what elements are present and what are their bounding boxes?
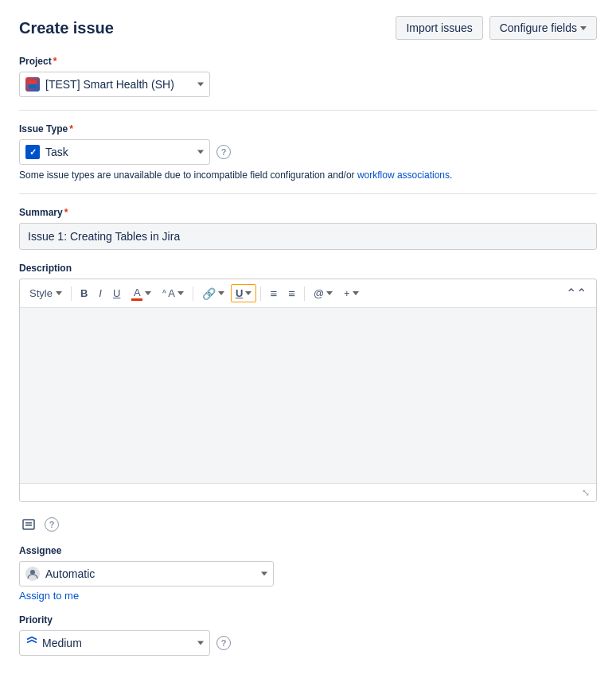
assignee-field-group: Assignee Automatic Unassigned Assign to … xyxy=(19,545,597,602)
priority-help-icon[interactable]: ? xyxy=(216,636,231,650)
number-list-button[interactable]: ≡ xyxy=(283,283,300,303)
collapse-button[interactable]: ⌃⌃ xyxy=(561,283,591,304)
configure-fields-button[interactable]: Configure fields xyxy=(489,16,597,40)
required-star: * xyxy=(53,56,57,67)
priority-field-group: Priority Highest High Medium Low Lowest xyxy=(19,614,597,656)
link-button[interactable]: 🔗 xyxy=(197,284,229,303)
required-star-summary: * xyxy=(64,207,68,218)
bold-button[interactable]: B xyxy=(76,284,92,302)
page-title: Create issue xyxy=(19,19,114,37)
italic-button[interactable]: I xyxy=(94,284,107,302)
assign-to-me-link[interactable]: Assign to me xyxy=(19,590,79,602)
footer-actions: Create another Create Cancel xyxy=(19,675,597,682)
bullet-list-button[interactable]: ≡ xyxy=(265,283,282,303)
mention-button[interactable]: @ xyxy=(309,284,337,302)
project-select[interactable]: [TEST] Smart Health (SH) xyxy=(19,72,210,97)
divider-1 xyxy=(19,110,597,111)
project-select-wrapper: [TEST] Smart Health (SH) xyxy=(19,72,210,97)
table-chevron-icon xyxy=(245,291,251,295)
priority-icon xyxy=(25,636,38,651)
editor-body[interactable] xyxy=(20,308,596,483)
summary-label: Summary* xyxy=(19,207,597,218)
more-chevron-icon xyxy=(353,291,359,295)
editor-footer: ⤡ xyxy=(20,483,596,501)
mention-chevron-icon xyxy=(326,291,333,295)
description-field-group: Description Style B I U xyxy=(19,263,597,502)
priority-select[interactable]: Highest High Medium Low Lowest xyxy=(19,630,210,656)
project-label: Project* xyxy=(19,56,597,67)
required-star-issue: * xyxy=(69,123,73,134)
toolbar-sep-4 xyxy=(304,286,305,301)
priority-row: Highest High Medium Low Lowest ? xyxy=(19,630,597,656)
toolbar-sep-1 xyxy=(71,286,72,301)
issue-type-field-group: Issue Type* Task Bug Story Epic ? Some i… xyxy=(19,123,597,181)
issue-type-select[interactable]: Task Bug Story Epic xyxy=(19,139,210,165)
divider-2 xyxy=(19,193,597,194)
more-button[interactable]: + xyxy=(339,284,364,302)
workflow-link[interactable]: workflow associations xyxy=(357,170,450,181)
toolbar-sep-2 xyxy=(193,286,193,301)
bottom-toolbar: ? xyxy=(19,515,597,534)
assignee-user-icon xyxy=(25,567,40,581)
style-chevron-icon xyxy=(56,291,62,295)
page-container: Create issue Import issues Configure fie… xyxy=(0,0,616,682)
svg-rect-0 xyxy=(29,80,37,84)
task-icon xyxy=(25,145,40,159)
project-field-group: Project* [TEST] Smart Health (SH) xyxy=(19,56,597,97)
chevron-down-icon xyxy=(580,26,587,30)
font-size-chevron-icon xyxy=(177,291,184,295)
svg-rect-1 xyxy=(29,84,37,88)
import-issues-button[interactable]: Import issues xyxy=(396,16,482,40)
editor-toolbar: Style B I U A xyxy=(20,279,596,308)
link-chevron-icon xyxy=(218,291,224,295)
svg-point-5 xyxy=(30,570,35,575)
issue-type-help-icon[interactable]: ? xyxy=(216,145,231,159)
svg-rect-2 xyxy=(23,520,34,529)
summary-field-group: Summary* xyxy=(19,207,597,250)
table-button[interactable]: U xyxy=(231,284,256,302)
resize-handle[interactable]: ⤡ xyxy=(582,487,593,498)
assignee-select[interactable]: Automatic Unassigned xyxy=(19,561,274,587)
issue-type-select-wrapper: Task Bug Story Epic xyxy=(19,139,210,165)
text-color-chevron-icon xyxy=(145,291,151,295)
issue-type-info: Some issue types are unavailable due to … xyxy=(19,170,597,181)
toolbar-sep-3 xyxy=(260,286,261,301)
style-button[interactable]: Style xyxy=(25,284,67,302)
description-editor: Style B I U A xyxy=(19,279,597,502)
priority-select-wrapper: Highest High Medium Low Lowest xyxy=(19,630,210,656)
summary-input[interactable] xyxy=(19,223,597,250)
color-underline xyxy=(131,298,142,301)
header: Create issue Import issues Configure fie… xyxy=(19,16,597,40)
description-label: Description xyxy=(19,263,597,274)
assignee-label: Assignee xyxy=(19,545,597,556)
priority-label: Priority xyxy=(19,614,597,625)
assignee-select-wrapper: Automatic Unassigned xyxy=(19,561,274,587)
description-help-icon[interactable]: ? xyxy=(45,517,59,532)
issue-type-row: Task Bug Story Epic ? xyxy=(19,139,597,165)
issue-type-label: Issue Type* xyxy=(19,123,597,134)
font-size-button[interactable]: ᴬA xyxy=(158,284,189,302)
attach-icon[interactable] xyxy=(19,515,38,534)
header-buttons: Import issues Configure fields xyxy=(396,16,597,40)
text-color-button[interactable]: A xyxy=(127,283,156,304)
project-icon xyxy=(25,77,40,92)
underline-button[interactable]: U xyxy=(108,284,125,302)
